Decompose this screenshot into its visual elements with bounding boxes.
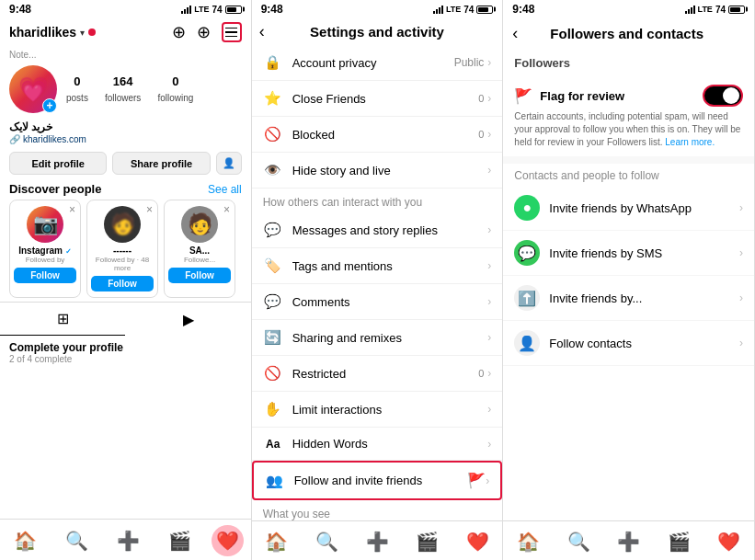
- add-icon-nav: ➕: [117, 530, 140, 552]
- threads-icon[interactable]: ⊕: [172, 22, 186, 42]
- back-button-3[interactable]: ‹: [512, 24, 518, 43]
- settings-limit[interactable]: ✋ Limit interactions ›: [252, 392, 503, 428]
- nav-search-3[interactable]: 🔍: [560, 527, 598, 556]
- settings-list: 🔒 Account privacy Public › ⭐ Close Frien…: [252, 45, 503, 520]
- settings-hidden-words[interactable]: Aa Hidden Words ›: [252, 428, 503, 461]
- status-bar-2: 9:48 LTE 74: [252, 0, 503, 18]
- nav-add-1[interactable]: ➕: [109, 526, 147, 555]
- stat-following[interactable]: 0 following: [157, 74, 193, 105]
- stat-followers[interactable]: 164 followers: [105, 74, 141, 105]
- limit-icon: ✋: [263, 401, 283, 417]
- username: kharidlikes: [9, 25, 76, 40]
- nav-add-2[interactable]: ➕: [359, 527, 396, 556]
- contact-invite[interactable]: ⬆️ Invite friends by... ›: [503, 276, 754, 321]
- reels-icon-3: 🎬: [668, 531, 691, 553]
- settings-follow-invite[interactable]: 👥 Follow and invite friends 🚩 ›: [252, 461, 503, 500]
- add-friend-button[interactable]: 👤: [216, 152, 242, 175]
- posts-count: 0: [66, 74, 88, 88]
- follow-button-3[interactable]: Follow: [168, 268, 231, 283]
- messages-icon: 💬: [263, 222, 283, 238]
- settings-tags[interactable]: 🏷️ Tags and mentions ›: [252, 248, 503, 284]
- nav-profile-2[interactable]: ❤️: [459, 527, 497, 556]
- add-icon-3: ➕: [617, 531, 640, 553]
- settings-account-privacy[interactable]: 🔒 Account privacy Public ›: [252, 45, 503, 81]
- flag-review-toggle[interactable]: [703, 85, 743, 107]
- card-sub-2: Followed by · 48 more: [91, 256, 154, 272]
- card-avatar-1: 📷: [27, 206, 63, 243]
- learn-more-link[interactable]: Learn more.: [665, 137, 715, 147]
- nav-reels-3[interactable]: 🎬: [660, 527, 698, 556]
- complete-title: Complete your profile: [9, 341, 242, 354]
- profile-icon-2: ❤️: [466, 531, 489, 553]
- person-icon: 👤: [514, 330, 540, 356]
- chevron-1: ›: [487, 56, 491, 69]
- see-all-button[interactable]: See all: [208, 183, 242, 196]
- nav-search-2[interactable]: 🔍: [308, 527, 346, 556]
- star-icon: ⭐: [263, 90, 283, 107]
- nav-search-1[interactable]: 🔍: [58, 526, 96, 555]
- tab-grid[interactable]: ⊞: [0, 303, 125, 336]
- whatsapp-glyph: ●: [523, 200, 532, 216]
- person-glyph: 👤: [518, 335, 536, 352]
- back-button-2[interactable]: ‹: [259, 22, 265, 41]
- link-text: kharidlikes.com: [23, 134, 86, 144]
- nav-reels-1[interactable]: 🎬: [161, 526, 199, 555]
- settings-restricted[interactable]: 🚫 Restricted 0 ›: [252, 356, 503, 392]
- follow-button-2[interactable]: Follow: [91, 276, 154, 291]
- nav-reels-2[interactable]: 🎬: [408, 527, 446, 556]
- settings-sharing[interactable]: 🔄 Sharing and remixes ›: [252, 320, 503, 356]
- menu-button[interactable]: [222, 22, 242, 42]
- hide-story-label: Hide story and live: [292, 164, 488, 177]
- contact-invite-label: Invite friends by...: [549, 291, 739, 305]
- card-avatar-3: 🧑: [181, 206, 218, 243]
- dismiss-card-1[interactable]: ×: [69, 203, 75, 216]
- edit-profile-button[interactable]: Edit profile: [9, 152, 107, 175]
- time-3: 9:48: [512, 3, 534, 16]
- settings-messages[interactable]: 💬 Messages and story replies ›: [252, 212, 503, 248]
- account-privacy-value: Public: [454, 56, 485, 69]
- blocked-label: Blocked: [292, 128, 479, 142]
- chevron-4: ›: [487, 164, 491, 177]
- followers-title: Followers and contacts: [525, 26, 728, 41]
- add-icon[interactable]: ⊕: [197, 22, 211, 42]
- search-icon-3: 🔍: [567, 531, 590, 553]
- nav-profile-3[interactable]: ❤️: [710, 527, 748, 556]
- chevron-10: ›: [487, 403, 491, 416]
- nav-add-3[interactable]: ➕: [610, 527, 647, 556]
- dismiss-card-3[interactable]: ×: [223, 203, 230, 216]
- time-2: 9:48: [261, 3, 283, 16]
- nav-home-2[interactable]: 🏠: [257, 527, 295, 556]
- settings-comments[interactable]: 💬 Comments ›: [252, 284, 503, 320]
- settings-hide-story[interactable]: 👁️ Hide story and live ›: [252, 153, 503, 189]
- settings-blocked[interactable]: 🚫 Blocked 0 ›: [252, 117, 503, 153]
- header-icons: ⊕ ⊕: [172, 22, 242, 42]
- note-placeholder[interactable]: Note...: [9, 50, 242, 60]
- share-profile-button[interactable]: Share profile: [112, 152, 210, 175]
- chevron-9: ›: [487, 367, 491, 380]
- nav-home-1[interactable]: 🏠: [6, 526, 44, 555]
- dismiss-card-2[interactable]: ×: [146, 203, 153, 216]
- hamburger-line-2: [225, 31, 237, 33]
- avatar-container: 💗 +: [9, 65, 57, 113]
- battery-num-1: 74: [212, 5, 223, 15]
- add-story-button[interactable]: +: [42, 98, 57, 113]
- discover-header: Discover people See all: [0, 178, 251, 200]
- chevron-8: ›: [487, 331, 491, 344]
- signal-2: [433, 6, 443, 14]
- home-icon: 🏠: [14, 530, 37, 552]
- stat-posts: 0 posts: [66, 74, 88, 105]
- tab-reels[interactable]: ▶: [125, 303, 250, 336]
- follow-button-1[interactable]: Follow: [14, 268, 76, 283]
- lte-3: LTE: [698, 5, 713, 14]
- nav-home-3[interactable]: 🏠: [509, 527, 547, 556]
- discover-title: Discover people: [9, 182, 101, 196]
- chevron-down-icon[interactable]: ▾: [80, 28, 85, 38]
- contact-follow-contacts[interactable]: 👤 Follow contacts ›: [503, 321, 754, 366]
- nav-profile-1[interactable]: ❤️: [212, 525, 244, 556]
- contact-sms[interactable]: 💬 Invite friends by SMS ›: [503, 231, 754, 276]
- settings-close-friends[interactable]: ⭐ Close Friends 0 ›: [252, 81, 503, 117]
- profile-link[interactable]: 🔗 kharidlikes.com: [0, 133, 251, 148]
- person-card-2: × 🧑 ------ Followed by · 48 more Follow: [86, 200, 158, 298]
- follow-invite-label: Follow and invite friends: [294, 474, 468, 487]
- contact-whatsapp[interactable]: ● Invite friends by WhatsApp ›: [503, 186, 754, 231]
